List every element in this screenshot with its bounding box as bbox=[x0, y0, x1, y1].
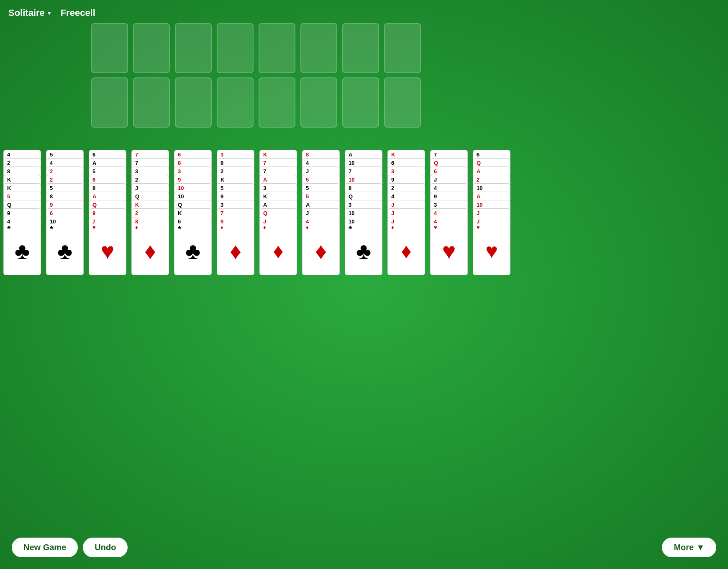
freecell-slot-1[interactable] bbox=[91, 23, 128, 73]
column-2: 6 ♣ A ♣ 5 ♣ 6 ♥ 8 ♣ bbox=[89, 150, 129, 275]
top-row-2 bbox=[91, 77, 421, 128]
freecell-slot-2[interactable] bbox=[133, 23, 170, 73]
card[interactable]: J ♥ ♥ bbox=[473, 217, 510, 275]
game-table: 4 ♣ 2 ♣ 8 ♣ K ♣ K ♣ bbox=[3, 150, 513, 275]
card[interactable]: 10 ♣ ♣ bbox=[46, 217, 84, 275]
column-0: 4 ♣ 2 ♣ 8 ♣ K ♣ K ♣ bbox=[3, 150, 44, 275]
tableau-placeholder-3[interactable] bbox=[175, 77, 212, 128]
column-4: 6 ♥ 8 ♥ 3 ♦ 9 ♦ 10 ♦ bbox=[174, 150, 214, 275]
bottom-bar: New Game Undo bbox=[12, 538, 128, 557]
tableau-placeholder-8[interactable] bbox=[384, 77, 421, 128]
column-1: 5 ♣ 4 ♣ 2 ♥ 2 ♦ 5 ♣ bbox=[46, 150, 86, 275]
column-3: 7 ♦ 7 ♣ 3 ♣ 2 ♣ J ♣ bbox=[131, 150, 172, 275]
column-5: 3 ♥ 8 ♣ 2 ♣ K ♣ 5 ♣ bbox=[217, 150, 257, 275]
column-9: K ♦ 6 ♣ 3 ♦ 9 ♣ 2 ♣ bbox=[387, 150, 428, 275]
card[interactable]: 9 ♦ ♦ bbox=[217, 217, 254, 275]
tableau-placeholder-7[interactable] bbox=[342, 77, 379, 128]
solitaire-title[interactable]: Solitaire ▼ bbox=[8, 8, 52, 18]
card[interactable]: J ♦ ♦ bbox=[259, 217, 297, 275]
column-6: K ♦ 7 ♥ 7 ♣ A ♦ 3 ♣ bbox=[259, 150, 300, 275]
card[interactable]: 8 ♦ ♦ bbox=[131, 217, 169, 275]
game-type-label: Freecell bbox=[61, 8, 95, 18]
foundation-slot-3[interactable] bbox=[342, 23, 379, 73]
solitaire-dropdown-arrow: ▼ bbox=[46, 10, 52, 16]
freecell-slot-3[interactable] bbox=[175, 23, 212, 73]
new-game-button[interactable]: New Game bbox=[12, 538, 78, 557]
tableau-placeholder-1[interactable] bbox=[91, 77, 128, 128]
card[interactable]: 6 ♣ ♣ bbox=[174, 217, 212, 275]
card[interactable]: 4 ♣ ♣ bbox=[3, 217, 41, 275]
column-7: 8 ♦ 4 ♣ J ♣ 5 ♦ 5 ♣ bbox=[302, 150, 342, 275]
card[interactable]: 4 ♥ ♥ bbox=[430, 217, 468, 275]
tableau-placeholder-6[interactable] bbox=[300, 77, 337, 128]
freecell-slot-4[interactable] bbox=[217, 23, 254, 73]
top-row-1 bbox=[91, 23, 421, 73]
card[interactable]: 4 ♦ ♦ bbox=[302, 217, 340, 275]
tableau-placeholder-5[interactable] bbox=[259, 77, 295, 128]
solitaire-label: Solitaire bbox=[8, 8, 45, 18]
foundation-slot-2[interactable] bbox=[300, 23, 337, 73]
column-8: A ♣ 10 ♣ 7 ♣ 10 ♥ 8 ♣ bbox=[345, 150, 385, 275]
column-10: 7 ♣ Q ♦ 6 ♦ J ♣ 4 ♣ bbox=[430, 150, 470, 275]
card[interactable]: 10 ♣ ♣ bbox=[345, 217, 382, 275]
top-placeholder-area bbox=[91, 23, 421, 128]
card[interactable]: J ♦ ♦ bbox=[387, 217, 425, 275]
foundation-slot-1[interactable] bbox=[259, 23, 295, 73]
column-11: 6 ♣ Q ♥ A ♥ 2 ♦ 10 ♣ bbox=[473, 150, 513, 275]
card[interactable]: 7 ♥ ♥ bbox=[89, 217, 126, 275]
more-button[interactable]: More ▼ bbox=[662, 538, 716, 557]
header: Solitaire ▼ Freecell bbox=[8, 8, 95, 18]
tableau-placeholder-4[interactable] bbox=[217, 77, 254, 128]
foundation-slot-4[interactable] bbox=[384, 23, 421, 73]
tableau-placeholder-2[interactable] bbox=[133, 77, 170, 128]
undo-button[interactable]: Undo bbox=[83, 538, 128, 557]
